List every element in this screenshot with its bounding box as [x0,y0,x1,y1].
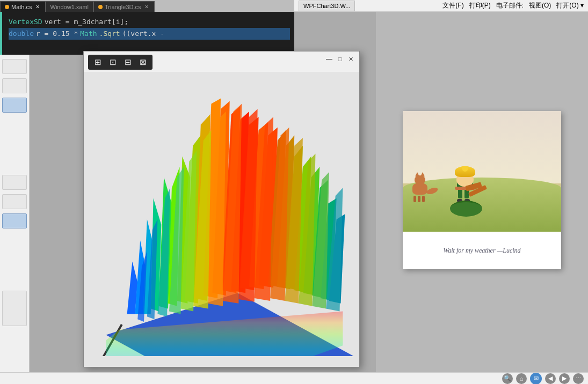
tab-close-icon[interactable]: ✕ [34,4,41,10]
status-icon-back[interactable]: ◀ [545,373,556,384]
green-indicator [0,12,2,55]
right-menu-bar: WPFChart3D.W... 文件(F) 打印(P) 电子邮件: 视图(O) … [294,0,588,12]
tab-window1-xaml[interactable]: Window1.xaml [46,1,94,12]
code-kw-math: Math [80,28,97,40]
tab-dot [5,5,9,9]
image-card: Wait for my weather —Lucind [403,111,561,269]
menu-view[interactable]: 视图(O) [529,1,551,10]
fox-figure [412,183,427,202]
tab-triangle3d-cs[interactable]: Triangle3D.cs ✕ [93,1,154,12]
tab-label: Triangle3D.cs [105,4,141,10]
main-chart-window: — □ ✕ ⊞ ⊡ ⊟ ⊠ [83,51,360,367]
tab-math-cs[interactable]: Math.cs ✕ [0,1,46,12]
code-editor: VertexSD vert = m_3dchart[i]; double r =… [0,12,294,55]
minimize-button[interactable]: — [325,55,333,63]
ctrl-spacer-2 [0,233,29,286]
code-text-1: vert = m_3dchart[i]; [45,16,129,28]
sky-bg [403,111,561,183]
tab-close-icon[interactable]: ✕ [143,4,150,10]
status-icon-search[interactable]: 🔍 [502,373,513,384]
menu-email[interactable]: 电子邮件: [496,1,524,10]
tab-label: WPFChart3D.W... [303,3,350,9]
artwork-area [403,111,561,232]
tab-label: Math.cs [11,4,32,10]
window-controls-bar: — □ ✕ [325,55,355,63]
code-text-r: r = 0.15 * [36,28,78,40]
wpfchart-tab[interactable]: WPFChart3D.W... [299,1,355,11]
code-line-2: double r = 0.15 * Math .Sqrt ((vert.x - [9,28,290,40]
ctrl-selected-item[interactable] [2,98,27,113]
ctrl-spacer-1 [0,117,29,171]
planet-mound [450,201,482,217]
maximize-button[interactable]: □ [336,55,344,63]
quote-text: Wait for my weather —Lucind [443,246,520,255]
status-icon-messages[interactable]: ✉ [530,373,542,385]
status-icon-extra[interactable]: ⋯ [573,373,584,384]
toolbar-btn-4[interactable]: ⊠ [136,56,150,68]
ctrl-input-5[interactable] [2,291,27,326]
ctrl-selected-item-2[interactable] [2,213,27,228]
ctrl-input-2[interactable] [2,78,27,93]
code-kw-type: VertexSD [9,16,42,28]
tab-bar: Math.cs ✕ Window1.xaml Triangle3D.cs ✕ [0,0,294,12]
code-content: VertexSD vert = m_3dchart[i]; double r =… [0,12,294,40]
chart-display-area[interactable] [84,72,359,367]
tab-dot [98,5,103,9]
ctrl-input-4[interactable] [2,194,27,209]
code-text-sqrt: .Sqrt [99,28,120,40]
code-kw-double: double [9,28,34,40]
chart-toolbar: ⊞ ⊡ ⊟ ⊠ [88,55,153,70]
ctrl-input-3[interactable] [2,175,27,190]
status-icon-forward[interactable]: ▶ [559,373,570,384]
menu-print[interactable]: 打印(P) [469,1,491,10]
left-controls-panel [0,55,30,372]
little-prince-character [456,170,474,202]
bottom-status-bar: 🔍 ⌂ ✉ ◀ ▶ ⋯ [0,372,588,384]
status-icon-home[interactable]: ⌂ [516,373,527,384]
toolbar-btn-3[interactable]: ⊟ [121,56,135,68]
toolbar-btn-1[interactable]: ⊞ [91,56,105,68]
code-text-args: ((vert.x - [122,28,164,40]
tab-label: Window1.xaml [50,4,89,10]
code-line-1: VertexSD vert = m_3dchart[i]; [9,16,290,28]
menu-open[interactable]: 打开(O) ▾ [556,1,584,10]
ctrl-input-1[interactable] [2,59,27,74]
menu-file[interactable]: 文件(F) [442,1,463,10]
close-button[interactable]: ✕ [346,55,355,63]
quote-area: Wait for my weather —Lucind [403,232,561,269]
right-content-panel: Wait for my weather —Lucind [376,12,588,384]
toolbar-btn-2[interactable]: ⊡ [106,56,120,68]
3d-surface-chart [90,83,353,356]
